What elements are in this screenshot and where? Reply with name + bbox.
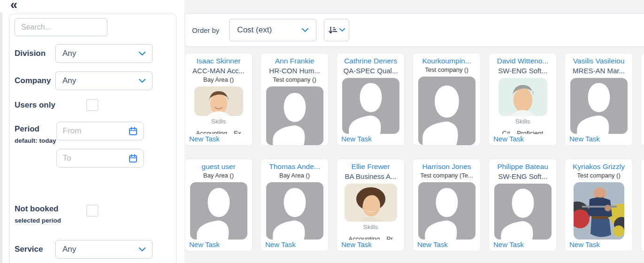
placeholder-avatar <box>342 78 399 134</box>
order-by-select[interactable]: Cost (ext) <box>229 19 316 41</box>
new-task-link[interactable]: New Task <box>189 240 222 249</box>
person-company: Bay Area () <box>203 171 234 180</box>
new-task-link[interactable]: New Task <box>189 134 222 143</box>
skill-level: Pr <box>386 235 393 240</box>
person-role: QA-SPEC Qual... <box>344 66 398 76</box>
period-sublabel: default: today <box>15 136 56 146</box>
person-name-link[interactable]: Cathrine Deners <box>344 56 397 66</box>
placeholder-avatar <box>570 78 628 134</box>
search-input[interactable] <box>15 18 107 36</box>
skill-level: Proficient <box>517 130 543 134</box>
chevron-down-icon <box>339 28 345 32</box>
person-name-link[interactable]: David Witteno... <box>497 56 548 66</box>
division-select[interactable]: Any <box>55 44 153 63</box>
skills-label: Skills <box>515 118 530 125</box>
collapse-sidebar-button[interactable]: « <box>10 0 17 12</box>
person-card[interactable]: Kyriakos GrizzlyTest company ()New Task <box>565 159 633 251</box>
calendar-icon[interactable] <box>128 154 138 163</box>
users-only-checkbox[interactable] <box>86 99 98 111</box>
person-card-partial <box>641 53 644 146</box>
placeholder-avatar <box>494 184 552 240</box>
person-card[interactable]: Ellie FrewerBA Business A...SkillsAccoun… <box>337 159 405 251</box>
skill-entry-clipped: AccountingEx <box>196 130 241 134</box>
service-filter-row: Service Any <box>15 240 176 259</box>
new-task-link[interactable]: New Task <box>569 240 602 249</box>
order-by-toolbar: Order by Cost (ext) <box>184 13 644 47</box>
company-label: Company <box>15 76 55 85</box>
cards-row-2: guest userBay Area ()New TaskThomas Ande… <box>184 159 644 251</box>
person-card[interactable]: Cathrine DenersQA-SPEC Qual...New Task <box>337 53 405 146</box>
person-role: BA Business A... <box>345 171 396 181</box>
skill-level: Ex <box>234 130 241 134</box>
person-card[interactable]: Ann FrankieHR-CON Hum...Test company () <box>261 53 329 146</box>
company-select-value: Any <box>62 76 76 85</box>
person-name-link[interactable]: Philippe Bateau <box>497 162 548 171</box>
new-task-link[interactable]: New Task <box>569 134 602 143</box>
person-company: Bay Area () <box>203 76 234 84</box>
not-booked-checkbox[interactable] <box>86 205 98 217</box>
period-filter-row: Period default: today <box>15 122 176 168</box>
person-company: Bay Area () <box>279 171 310 180</box>
person-name-link[interactable]: Ellie Frewer <box>352 162 390 171</box>
new-task-link[interactable]: New Task <box>341 134 374 143</box>
period-to-field[interactable] <box>56 149 144 168</box>
order-by-select-value: Cost (ext) <box>237 25 272 35</box>
placeholder-avatar <box>418 182 475 240</box>
person-name-link[interactable]: Thomas Ande... <box>269 162 320 171</box>
service-select[interactable]: Any <box>55 240 153 259</box>
person-card[interactable]: David Witteno...SW-ENG Soft...SkillsC#Pr… <box>489 53 557 146</box>
new-task-link[interactable]: New Task <box>417 240 450 249</box>
order-by-label: Order by <box>192 26 219 34</box>
photo-avatar <box>345 184 397 222</box>
person-card[interactable]: Isaac SkinnerACC-MAN Acc...Bay Area ()Sk… <box>184 53 253 146</box>
person-name-link[interactable]: guest user <box>201 162 235 171</box>
sort-amount-icon <box>328 26 337 35</box>
results-area: Order by Cost (ext) Isaac SkinnerACC-MAN… <box>184 0 644 263</box>
person-name-link[interactable]: Vasilis Vasileiou <box>573 56 625 66</box>
period-from-field[interactable] <box>56 122 144 140</box>
sort-direction-button[interactable] <box>324 19 349 41</box>
person-name-link[interactable]: Kyriakos Grizzly <box>573 162 625 171</box>
skill-name: Accounting <box>348 235 380 240</box>
users-only-label: Users only <box>15 101 71 110</box>
service-select-value: Any <box>62 245 76 254</box>
placeholder-avatar <box>418 77 475 145</box>
photo-avatar <box>574 182 624 240</box>
new-task-link[interactable]: New Task <box>493 134 526 143</box>
period-from-input[interactable] <box>62 126 128 136</box>
person-name-link[interactable]: Harrison Jones <box>422 162 471 171</box>
photo-avatar <box>498 78 547 116</box>
person-card[interactable]: Vasilis VasileiouMRES-AN Mar...New Task <box>565 53 633 146</box>
new-task-link[interactable]: New Task <box>265 240 298 249</box>
period-to-input[interactable] <box>62 153 128 163</box>
person-card[interactable]: Philippe BateauSW-ENG Soft...New Task <box>489 159 557 251</box>
person-company: Test company () <box>425 66 468 74</box>
company-filter-row: Company Any <box>15 71 176 90</box>
collapse-chevrons-icon: « <box>10 0 17 12</box>
placeholder-avatar <box>266 182 323 240</box>
person-card[interactable]: Thomas Ande...Bay Area ()New Task <box>261 159 329 251</box>
person-name-link[interactable]: Kourkoumpin... <box>422 56 471 66</box>
users-only-filter-row: Users only <box>15 99 176 111</box>
company-select[interactable]: Any <box>55 71 153 90</box>
skill-entry-clipped: AccountingPr <box>348 235 392 240</box>
person-role: HR-CON Hum... <box>269 66 320 76</box>
person-card[interactable]: guest userBay Area ()New Task <box>184 159 253 251</box>
cards-row-1: Isaac SkinnerACC-MAN Acc...Bay Area ()Sk… <box>184 53 644 146</box>
division-label: Division <box>15 49 55 58</box>
person-company: Test company () <box>577 171 620 180</box>
new-task-link[interactable]: New Task <box>493 240 526 249</box>
skills-label: Skills <box>363 224 378 231</box>
new-task-link[interactable]: New Task <box>341 240 374 249</box>
person-company: Test company (Te... <box>420 171 473 180</box>
skill-name: Accounting <box>196 130 227 134</box>
person-card[interactable]: Kourkoumpin...Test company () <box>413 53 481 146</box>
person-card-partial <box>641 159 644 251</box>
skills-label: Skills <box>211 118 226 125</box>
person-name-link[interactable]: Ann Frankie <box>275 56 314 66</box>
person-name-link[interactable]: Isaac Skinner <box>197 56 241 66</box>
period-label: Period <box>15 124 56 134</box>
person-card[interactable]: Harrison JonesTest company (Te...New Tas… <box>413 159 481 251</box>
calendar-icon[interactable] <box>128 126 138 136</box>
placeholder-avatar <box>190 182 247 240</box>
